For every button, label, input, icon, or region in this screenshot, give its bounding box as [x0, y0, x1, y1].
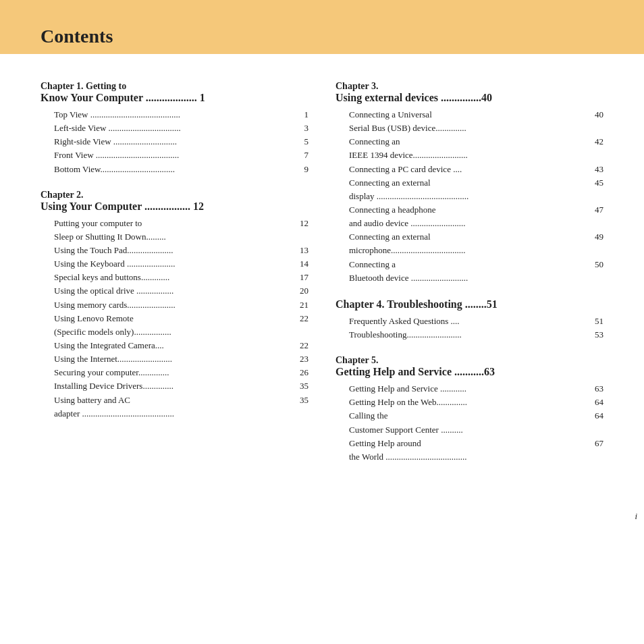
chapter-1-section: Chapter 1. Getting to Know Your Computer…	[41, 81, 308, 176]
chapter-5-label: Chapter 5.	[336, 355, 603, 366]
list-item: Getting Help aroundthe World ...........…	[349, 437, 603, 464]
list-item: Connecting anIEEE 1394 device...........…	[349, 135, 603, 162]
content-area: Chapter 1. Getting to Know Your Computer…	[0, 54, 644, 498]
chapter-2-entries: Putting your computer toSleep or Shuttin…	[41, 217, 308, 421]
chapter-1-label: Chapter 1. Getting to	[41, 81, 308, 92]
list-item: Using Lenovo Remote(Specific models only…	[54, 312, 308, 339]
chapter-5-section: Chapter 5. Getting Help and Service ....…	[336, 355, 603, 464]
chapter-1-entries: Top View ...............................…	[41, 108, 308, 176]
chapter-3-section: Chapter 3. Using external devices ......…	[336, 81, 603, 285]
page-indicator: i	[0, 511, 644, 522]
chapter-3-entries: Connecting a UniversalSerial Bus (USB) d…	[336, 108, 603, 285]
list-item: Installing Device Drivers.............. …	[54, 379, 308, 393]
list-item: Frequently Asked Questions .... 51	[349, 315, 603, 328]
chapter-5-entries: Getting Help and Service ............ 63…	[336, 382, 603, 464]
header-band: Contents	[0, 0, 644, 54]
chapter-4-title: Chapter 4. Troubleshooting ........51	[336, 298, 603, 311]
list-item: Using battery and ACadapter ............…	[54, 394, 308, 421]
chapter-2-title: Using Your Computer ................. 12	[41, 200, 308, 213]
list-item: Getting Help and Service ............ 63	[349, 382, 603, 396]
chapter-2-label: Chapter 2.	[41, 190, 308, 200]
list-item: Getting Help on the Web.............. 64	[349, 396, 603, 409]
left-column: Chapter 1. Getting to Know Your Computer…	[41, 81, 308, 477]
list-item: Connecting aBluetooth device ...........…	[349, 258, 603, 285]
list-item: Connecting an externalmicrophone........…	[349, 230, 603, 257]
list-item: Connecting an externaldisplay ..........…	[349, 176, 603, 203]
list-item: Using the optical drive ................…	[54, 284, 308, 298]
list-item: Front View .............................…	[54, 149, 308, 162]
list-item: Bottom View.............................…	[54, 163, 308, 176]
list-item: Putting your computer toSleep or Shuttin…	[54, 217, 308, 244]
list-item: Securing your computer.............. 26	[54, 366, 308, 379]
chapter-3-label: Chapter 3.	[336, 81, 603, 92]
chapter-4-entries: Frequently Asked Questions .... 51 Troub…	[336, 315, 603, 342]
chapter-5-title: Getting Help and Service ...........63	[336, 366, 603, 378]
list-item: Calling theCustomer Support Center .....…	[349, 409, 603, 436]
list-item: Special keys and buttons............. 17	[54, 271, 308, 284]
list-item: Using the Integrated Camera.... 22	[54, 339, 308, 352]
page-title: Contents	[0, 26, 113, 47]
list-item: Using the Internet......................…	[54, 352, 308, 366]
list-item: Connecting a UniversalSerial Bus (USB) d…	[349, 108, 603, 135]
list-item: Connecting a headphoneand audio device .…	[349, 203, 603, 230]
list-item: Top View ...............................…	[54, 108, 308, 122]
chapter-2-section: Chapter 2. Using Your Computer .........…	[41, 190, 308, 421]
chapter-3-title: Using external devices ...............40	[336, 92, 603, 104]
list-item: Using the Touch Pad.....................…	[54, 244, 308, 257]
right-column: Chapter 3. Using external devices ......…	[336, 81, 603, 477]
list-item: Using memory cards......................…	[54, 298, 308, 312]
list-item: Using the Keyboard .....................…	[54, 257, 308, 271]
chapter-1-title: Know Your Computer ................... 1	[41, 92, 308, 104]
list-item: Troubleshooting.........................…	[349, 328, 603, 342]
list-item: Right-side View ........................…	[54, 135, 308, 149]
list-item: Left-side View .........................…	[54, 122, 308, 135]
chapter-4-section: Chapter 4. Troubleshooting ........51 Fr…	[336, 298, 603, 342]
list-item: Connecting a PC card device .... 43	[349, 163, 603, 176]
